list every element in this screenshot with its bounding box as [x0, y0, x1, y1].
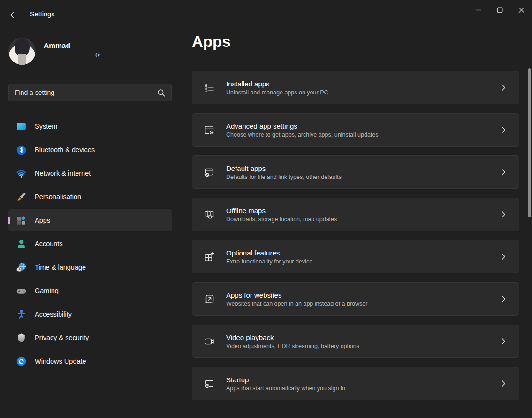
- card-title: Installed apps: [226, 80, 502, 88]
- sidebar-item-time-language[interactable]: Time & language: [8, 256, 172, 278]
- sync-icon: [16, 356, 27, 367]
- card-title: Optional features: [226, 249, 502, 257]
- settings-card-list: Installed apps Uninstall and manage apps…: [192, 71, 519, 409]
- chevron-right-icon: [502, 295, 506, 302]
- sidebar-item-label: Network & internet: [35, 170, 91, 177]
- maximize-icon: [497, 7, 503, 13]
- chevron-right-icon: [502, 169, 506, 176]
- card-title: Startup: [226, 376, 502, 384]
- card-subtitle: Apps that start automatically when you s…: [226, 385, 502, 392]
- selected-accent-pill: [8, 217, 10, 224]
- sidebar-item-apps[interactable]: Apps: [8, 209, 172, 231]
- card-startup[interactable]: Startup Apps that start automatically wh…: [192, 367, 519, 400]
- back-button[interactable]: [8, 9, 20, 21]
- brush-icon: [16, 192, 27, 202]
- card-advanced-app-settings[interactable]: Advanced app settings Choose where to ge…: [192, 113, 519, 147]
- startup-icon: [204, 378, 215, 389]
- sidebar-item-label: Bluetooth & devices: [35, 146, 95, 154]
- card-title: Apps for websites: [226, 291, 502, 299]
- wifi-icon: [16, 168, 27, 179]
- close-icon: [518, 7, 524, 13]
- card-subtitle: Video adjustments, HDR streaming, batter…: [226, 343, 502, 349]
- search-input[interactable]: [9, 89, 157, 96]
- apps-icon: [16, 215, 27, 226]
- sidebar-item-gaming[interactable]: Gaming: [8, 280, 172, 302]
- close-button[interactable]: [510, 0, 532, 20]
- profile-name: Ammad: [44, 41, 118, 50]
- card-apps-for-websites[interactable]: Apps for websites Websites that can open…: [192, 282, 519, 316]
- optional-features-icon: [204, 251, 215, 263]
- bluetooth-icon: [16, 145, 27, 155]
- titlebar: Settings: [0, 0, 532, 24]
- accessibility-person-icon: [16, 309, 27, 320]
- card-installed-apps[interactable]: Installed apps Uninstall and manage apps…: [192, 71, 519, 104]
- globe-clock-icon: [16, 262, 27, 273]
- sidebar-item-label: Accounts: [35, 240, 63, 248]
- sidebar-item-bluetooth-devices[interactable]: Bluetooth & devices: [8, 139, 172, 161]
- advanced-app-settings-icon: [204, 124, 215, 136]
- card-title: Video playback: [226, 333, 502, 341]
- sidebar-item-label: Privacy & security: [35, 334, 89, 341]
- card-title: Offline maps: [226, 207, 502, 215]
- settings-search: [8, 84, 172, 101]
- video-playback-icon: [204, 336, 215, 347]
- default-apps-icon: [204, 167, 215, 178]
- sidebar-item-label: Apps: [35, 217, 50, 224]
- chevron-right-icon: [502, 338, 506, 345]
- card-subtitle: Choose where to get apps, archive apps, …: [226, 132, 502, 138]
- settings-nav: System Bluetooth & devices Network & int…: [8, 116, 172, 374]
- maximize-button[interactable]: [489, 0, 510, 20]
- card-title: Advanced app settings: [226, 122, 502, 130]
- installed-apps-icon: [204, 82, 215, 93]
- minimize-button[interactable]: [467, 0, 489, 20]
- card-default-apps[interactable]: Default apps Defaults for file and link …: [192, 155, 519, 189]
- profile-email-masked: --------------- ------------ @ ---------: [44, 52, 118, 57]
- sidebar-item-label: Windows Update: [35, 357, 86, 365]
- card-subtitle: Extra functionality for your device: [226, 258, 502, 265]
- card-offline-maps[interactable]: Offline maps Downloads, storage location…: [192, 198, 519, 231]
- chevron-right-icon: [502, 380, 506, 387]
- gamepad-icon: [16, 286, 27, 296]
- offline-maps-icon: [204, 209, 215, 220]
- person-icon: [16, 239, 27, 249]
- card-subtitle: Uninstall and manage apps on your PC: [226, 89, 502, 96]
- sidebar-item-accounts[interactable]: Accounts: [8, 233, 172, 255]
- card-title: Default apps: [226, 164, 502, 172]
- sidebar-item-network-internet[interactable]: Network & internet: [8, 163, 172, 184]
- back-arrow-icon: [9, 10, 18, 20]
- sidebar-item-label: Accessibility: [35, 310, 72, 318]
- sidebar-item-personalisation[interactable]: Personalisation: [8, 186, 172, 208]
- search-icon: [157, 89, 165, 97]
- card-video-playback[interactable]: Video playback Video adjustments, HDR st…: [192, 325, 519, 358]
- chevron-right-icon: [502, 253, 506, 260]
- sidebar-item-privacy-security[interactable]: Privacy & security: [8, 327, 172, 348]
- sidebar-item-label: System: [35, 123, 57, 130]
- apps-for-websites-icon: [204, 294, 215, 305]
- sidebar-item-system[interactable]: System: [8, 116, 172, 137]
- scrollbar-thumb[interactable]: [528, 68, 531, 217]
- card-optional-features[interactable]: Optional features Extra functionality fo…: [192, 240, 519, 273]
- sidebar-item-accessibility[interactable]: Accessibility: [8, 303, 172, 325]
- avatar: [8, 38, 36, 65]
- card-subtitle: Defaults for file and link types, other …: [226, 174, 502, 180]
- sidebar-item-label: Time & language: [35, 263, 86, 271]
- chevron-right-icon: [502, 211, 506, 218]
- caption-controls: [467, 0, 532, 20]
- chevron-right-icon: [502, 84, 506, 91]
- chevron-right-icon: [502, 126, 506, 133]
- account-profile[interactable]: Ammad --------------- ------------ @ ---…: [8, 38, 173, 66]
- system-icon: [16, 121, 27, 132]
- minimize-icon: [475, 7, 481, 13]
- window-title: Settings: [30, 10, 54, 18]
- shield-icon: [16, 333, 27, 343]
- card-subtitle: Websites that can open in an app instead…: [226, 301, 502, 307]
- sidebar-item-label: Personalisation: [35, 193, 81, 201]
- sidebar-item-label: Gaming: [35, 287, 59, 294]
- page-title: Apps: [192, 33, 231, 51]
- sidebar-item-windows-update[interactable]: Windows Update: [8, 350, 172, 372]
- card-subtitle: Downloads, storage location, map updates: [226, 216, 502, 223]
